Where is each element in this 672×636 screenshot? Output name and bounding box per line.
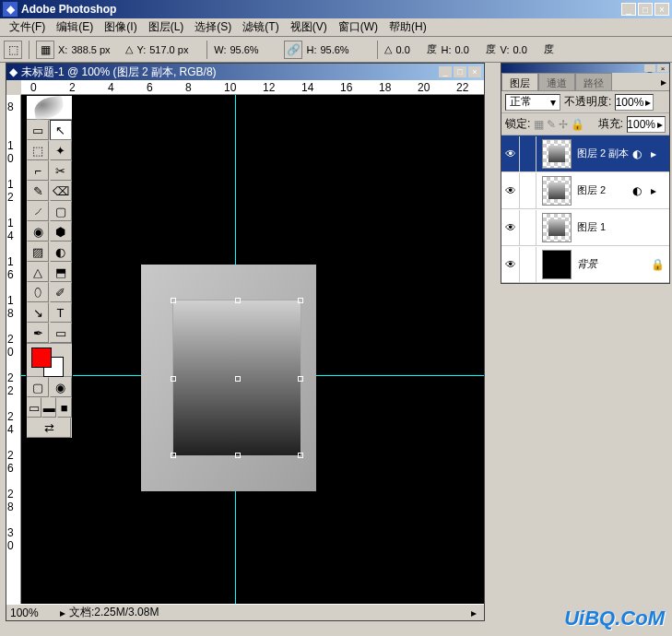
tool-pen[interactable]: ⬯ [27,282,49,302]
layer-item[interactable]: 👁 背景 🔒 [501,246,669,283]
link-column[interactable] [520,173,536,208]
layer-thumbnail[interactable] [542,176,572,206]
maximize-button[interactable]: □ [638,3,653,16]
menu-select[interactable]: 选择(S) [189,18,237,37]
transform-selection[interactable] [172,300,301,456]
layer-name[interactable]: 背景 [577,257,651,271]
doc-maximize-button[interactable]: □ [454,66,466,77]
panel-menu-icon[interactable]: ▸ [658,73,669,90]
vskew-value[interactable]: 0.0 [513,44,540,55]
layer-fx-icon[interactable]: ◐ [632,184,647,197]
lock-paint-icon[interactable]: ✎ [547,118,556,131]
reference-point-icon[interactable]: ▦ [36,41,54,59]
tool-eraser[interactable]: ◉ [27,221,49,241]
transform-handle[interactable] [171,376,176,382]
tool-crop[interactable]: ⌐ [27,160,49,181]
doc-minimize-button[interactable]: _ [439,66,452,77]
transform-handle[interactable] [235,376,241,382]
menu-help[interactable]: 帮助(H) [383,18,432,37]
chevron-right-icon[interactable]: ▸ [651,184,666,197]
layer-fx-icon[interactable]: ◐ [632,147,647,160]
tool-blur[interactable]: ▨ [27,241,49,262]
tool-wand[interactable]: ✦ [50,140,72,160]
h-value[interactable]: 95.6% [320,44,371,55]
transform-handle[interactable] [171,298,176,303]
zoom-level[interactable]: 100% [10,607,56,619]
status-arrow-icon[interactable]: ▸ [60,607,65,619]
opacity-input[interactable]: 100%▸ [615,94,654,111]
fill-input[interactable]: 100%▸ [627,116,666,133]
triangle-icon[interactable]: △ [125,43,133,55]
tool-marquee[interactable]: ▭ [27,120,49,140]
transform-handle[interactable] [298,298,303,303]
tool-lasso[interactable]: ⬚ [27,140,49,160]
lock-transparency-icon[interactable]: ▦ [534,118,544,131]
toolbox[interactable]: ▭ ↖ ⬚ ✦ ⌐ ✂ ✎ ⌫ ⟋ ▢ ◉ ⬢ ▨ ◐ △ ⬒ ⬯ ✐ ↘ T … [26,95,73,439]
tool-brush[interactable]: ⌫ [50,181,72,201]
link-column[interactable] [520,136,536,171]
screen-full-menu[interactable]: ▬ [41,397,56,418]
tool-stamp[interactable]: ⟋ [27,201,49,221]
visibility-icon[interactable]: 👁 [501,247,520,282]
layer-thumbnail[interactable] [542,250,572,279]
tool-type[interactable]: ⬒ [50,262,72,282]
tab-paths[interactable]: 路径 [575,73,612,90]
layer-thumbnail[interactable] [542,139,572,169]
angle-value[interactable]: 0.0 [395,44,423,55]
tool-eyedrop[interactable]: T [50,302,72,323]
layer-name[interactable]: 图层 2 副本 [577,147,632,160]
minimize-button[interactable]: _ [621,3,636,16]
visibility-icon[interactable]: 👁 [501,210,520,245]
lock-position-icon[interactable]: ✢ [559,118,568,131]
screen-full[interactable]: ■ [57,397,72,418]
status-menu-icon[interactable]: ▸ [471,607,477,619]
layer-name[interactable]: 图层 2 [577,183,632,197]
menu-window[interactable]: 窗口(W) [333,18,383,37]
transform-handle[interactable] [171,453,176,458]
tool-gradient[interactable]: ⬢ [50,221,72,241]
transform-handle[interactable] [235,453,241,458]
tool-notes[interactable]: ↘ [27,302,49,323]
document-titlebar[interactable]: ◆ 未标题-1 @ 100% (图层 2 副本, RGB/8) _ □ × [6,64,484,80]
tool-path[interactable]: △ [27,262,49,282]
transform-handle[interactable] [298,453,303,458]
link-icon[interactable]: 🔗 [284,41,302,59]
x-value[interactable]: 388.5 px [71,44,122,55]
chevron-right-icon[interactable]: ▸ [651,147,666,160]
panel-close-button[interactable]: × [657,65,668,72]
tool-move[interactable]: ↖ [50,120,72,140]
lock-all-icon[interactable]: 🔒 [571,118,584,131]
transform-handle[interactable] [235,298,241,303]
tab-channels[interactable]: 通道 [538,73,575,90]
tool-hand[interactable]: ✒ [27,323,49,343]
menu-layer[interactable]: 图层(L) [143,18,190,37]
toolbox-header[interactable] [27,96,72,120]
tool-shape[interactable]: ✐ [50,282,72,302]
visibility-icon[interactable]: 👁 [501,173,520,208]
layer-item[interactable]: 👁 图层 1 [501,209,669,246]
canvas-area[interactable] [21,95,484,604]
tool-heal[interactable]: ✎ [27,181,49,201]
screen-standard[interactable]: ▭ [27,397,41,418]
layer-name[interactable]: 图层 1 [577,220,669,234]
transform-handle[interactable] [298,376,303,382]
blend-mode-select[interactable]: 正常▾ [505,94,560,111]
menu-filter[interactable]: 滤镜(T) [237,18,284,37]
tool-zoom[interactable]: ▭ [50,323,72,343]
menu-view[interactable]: 视图(V) [285,18,333,37]
menu-edit[interactable]: 编辑(E) [51,18,99,37]
link-column[interactable] [520,210,536,245]
tool-dodge[interactable]: ◐ [50,241,72,262]
doc-close-button[interactable]: × [468,66,481,77]
panel-minimize-button[interactable]: _ [644,65,655,72]
close-button[interactable]: × [654,3,669,16]
tool-slice[interactable]: ✂ [50,160,72,181]
y-value[interactable]: 517.0 px [149,44,200,55]
visibility-icon[interactable]: 👁 [501,136,520,171]
hskew-value[interactable]: 0.0 [454,44,482,55]
tool-history[interactable]: ▢ [50,201,72,221]
mode-standard[interactable]: ▢ [27,377,49,397]
panel-titlebar[interactable]: _ × [501,64,669,73]
layer-thumbnail[interactable] [542,213,572,242]
menu-file[interactable]: 文件(F) [4,18,51,37]
